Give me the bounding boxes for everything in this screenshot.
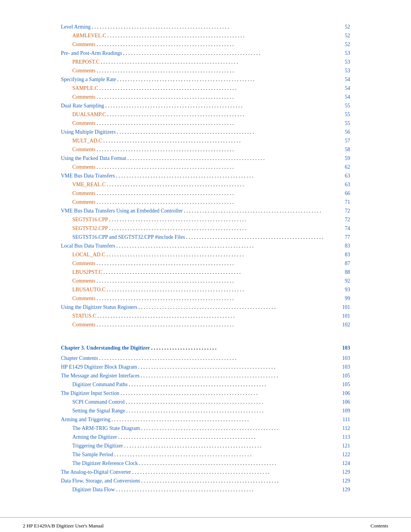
toc-dots: . . . . . . . . . . . . . . . . . . . . …: [109, 224, 344, 232]
toc-entry-text[interactable]: STATUS.C: [72, 312, 96, 320]
toc-row: Using the Packed Data Format. . . . . . …: [61, 154, 350, 162]
toc-entry-text[interactable]: Setting the Signal Range: [72, 407, 125, 415]
toc-dots: . . . . . . . . . . . . . . . . . . . . …: [99, 84, 344, 92]
toc-entry-text[interactable]: Comments: [72, 189, 96, 197]
toc-entry-text[interactable]: Arming the Digitizer: [72, 433, 117, 441]
toc-entry-text[interactable]: VME Bus Data Transfers: [61, 172, 115, 180]
toc-row: SEGTST16.CPP and SEGTST32.CPP #include F…: [61, 233, 350, 241]
toc-row: Arming and Triggering. . . . . . . . . .…: [61, 415, 350, 423]
toc-row: MULT_AD.C. . . . . . . . . . . . . . . .…: [61, 137, 350, 145]
toc-entry-text[interactable]: Data Flow, Storage, and Conversions: [61, 477, 140, 485]
toc-dots: . . . . . . . . . . . . . . . . . . . . …: [107, 251, 344, 259]
toc-dots: . . . . . . . . . . . . . . . . . . . . …: [112, 415, 341, 423]
toc-entry-text[interactable]: The Message and Register Interfaces: [61, 372, 140, 380]
toc-entry-text[interactable]: Comments: [72, 198, 96, 206]
toc-entry-text[interactable]: The Analog-to-Digital Converter: [61, 468, 131, 476]
toc-entry-text[interactable]: The Digitizer Reference Clock: [72, 459, 138, 467]
toc-entry-text[interactable]: Using the Packed Data Format: [61, 154, 126, 162]
toc-page-num: 102: [342, 321, 350, 329]
toc-entry-text[interactable]: Using the Digitizer Status Registers: [61, 303, 137, 311]
toc-entry-text[interactable]: Local Bus Data Transfers: [61, 242, 115, 250]
toc-entry-text[interactable]: Dual Rate Sampling: [61, 102, 104, 110]
toc-entry-text[interactable]: VME Bus Data Transfers Using an Embedded…: [61, 207, 183, 215]
toc-entry-text[interactable]: Specifying a Sample Rate: [61, 75, 116, 83]
toc-dots: . . . . . . . . . . . . . . . . . . . . …: [97, 259, 344, 267]
toc-entry-text[interactable]: ARMLEVEL.C: [72, 32, 106, 40]
toc-dots: . . . . . . . . . . . . . . . . . . . . …: [138, 363, 341, 371]
toc-entry-text[interactable]: LBUSAUTO.C: [72, 286, 105, 294]
toc-entry-text[interactable]: Comments: [72, 321, 96, 329]
toc-entry-text[interactable]: SEGTST16.CPP and SEGTST32.CPP #include F…: [72, 233, 185, 241]
toc-page-num: 83: [345, 251, 350, 259]
toc-entry-text[interactable]: Comments: [72, 259, 96, 267]
toc-page-num: 59: [345, 154, 350, 162]
toc-page-num: 54: [345, 75, 350, 83]
toc-entry-text[interactable]: Comments: [72, 294, 96, 302]
toc-dots: . . . . . . . . . . . . . . . . . . . . …: [97, 145, 344, 153]
toc-entry-text[interactable]: Digitizer Data Flow: [72, 486, 115, 494]
toc-entry-text[interactable]: Comments: [72, 163, 96, 171]
toc-entry-text[interactable]: Comments: [72, 145, 96, 153]
toc-row: Chapter Contents. . . . . . . . . . . . …: [61, 354, 350, 362]
toc-entry-text[interactable]: Triggering the Digitizer: [72, 442, 123, 450]
toc-entry-text[interactable]: SAMPLE.C: [72, 84, 98, 92]
toc-entry-text[interactable]: Using Multiple Digitizers: [61, 128, 116, 136]
toc-entry-text[interactable]: Comments: [72, 40, 96, 48]
toc-page-num: 103: [342, 363, 350, 371]
footer: 2 HP E1429A/B Digitizer User's Manual Co…: [0, 517, 411, 532]
toc-entry-text[interactable]: Level Arming: [61, 23, 91, 31]
toc-dots: . . . . . . . . . . . . . . . . . . . . …: [127, 154, 344, 162]
toc-dots: . . . . . . . . . . . . . . . . . . . . …: [129, 380, 341, 388]
toc-page-num: 111: [342, 415, 350, 423]
toc-dots: . . . . . . . . . . . . . . . . . . . . …: [97, 163, 344, 171]
toc-page-num: 88: [345, 268, 350, 276]
toc-row: Comments. . . . . . . . . . . . . . . . …: [61, 163, 350, 171]
toc-entry-text[interactable]: Digitizer Command Paths: [72, 380, 127, 388]
toc-entry-text[interactable]: MULT_AD.C: [72, 137, 102, 145]
toc-page-num: 55: [345, 119, 350, 127]
toc-entry-text[interactable]: DUALSAMP.C: [72, 110, 106, 118]
toc-row: VME Bus Data Transfers Using an Embedded…: [61, 207, 350, 215]
toc-entry-text[interactable]: The Sample Period: [72, 451, 113, 459]
toc-page-num: 55: [345, 102, 350, 110]
toc-entry-text[interactable]: SEGTST16.CPP: [72, 216, 108, 224]
toc-entry-text[interactable]: VME_REAL.C: [72, 181, 106, 189]
toc-page-num: 53: [345, 67, 350, 75]
toc-entry-text[interactable]: The Digitizer Input Section: [61, 389, 119, 397]
toc-entry-text[interactable]: Comments: [72, 93, 96, 101]
toc-row: Comments. . . . . . . . . . . . . . . . …: [61, 40, 350, 48]
toc-row: Setting the Signal Range. . . . . . . . …: [61, 407, 350, 415]
toc-row: STATUS.C. . . . . . . . . . . . . . . . …: [61, 312, 350, 320]
toc-page-num: 105: [342, 372, 350, 380]
toc-entry-text[interactable]: Chapter Contents: [61, 354, 98, 362]
toc-entry-text[interactable]: LBUS2PST.C: [72, 268, 102, 276]
toc-entry-text[interactable]: Comments: [72, 67, 96, 75]
footer-left: 2 HP E1429A/B Digitizer User's Manual: [23, 523, 104, 529]
toc-dots: . . . . . . . . . . . . . . . . . . . . …: [132, 468, 341, 476]
toc-entry-text[interactable]: Comments: [72, 119, 96, 127]
toc-row: The Sample Period. . . . . . . . . . . .…: [61, 451, 350, 459]
toc-entry-text[interactable]: The ARM-TRIG State Diagram: [72, 424, 140, 432]
toc-dots: . . . . . . . . . . . . . . . . . . . . …: [97, 321, 341, 329]
toc-entry-text[interactable]: Pre- and Post-Arm Readings: [61, 49, 122, 57]
toc-row: SEGTST32.CPP. . . . . . . . . . . . . . …: [61, 224, 350, 232]
toc-dots: . . . . . . . . . . . . . . . . . . . . …: [126, 398, 341, 406]
toc-row: Local Bus Data Transfers. . . . . . . . …: [61, 242, 350, 250]
toc-page-num: 63: [345, 181, 350, 189]
toc-entry-text[interactable]: SEGTST32.CPP: [72, 224, 108, 232]
toc-row: LBUS2PST.C. . . . . . . . . . . . . . . …: [61, 268, 350, 276]
toc-row: Triggering the Digitizer. . . . . . . . …: [61, 442, 350, 450]
toc-entry-text[interactable]: LOCAL_AD.C: [72, 251, 105, 259]
toc-dots: . . . . . . . . . . . . . . . . . . . . …: [105, 102, 344, 110]
toc-row: SCPI Command Control. . . . . . . . . . …: [61, 398, 350, 406]
toc-entry-text[interactable]: SCPI Command Control: [72, 398, 125, 406]
chapter-heading[interactable]: Chapter 3. Understanding the Digitizer: [61, 344, 150, 352]
toc-page-num: 52: [345, 40, 350, 48]
toc-entry-text[interactable]: Comments: [72, 277, 96, 285]
toc-entry-text[interactable]: PREPOST.C: [72, 58, 100, 66]
toc-entry-text[interactable]: HP E1429 Digitizer Block Diagram: [61, 363, 137, 371]
toc-page-num: 112: [342, 424, 350, 432]
toc-row: Using Multiple Digitizers. . . . . . . .…: [61, 128, 350, 136]
toc-dots: . . . . . . . . . . . . . . . . . . . . …: [92, 23, 344, 31]
toc-entry-text[interactable]: Arming and Triggering: [61, 415, 110, 423]
